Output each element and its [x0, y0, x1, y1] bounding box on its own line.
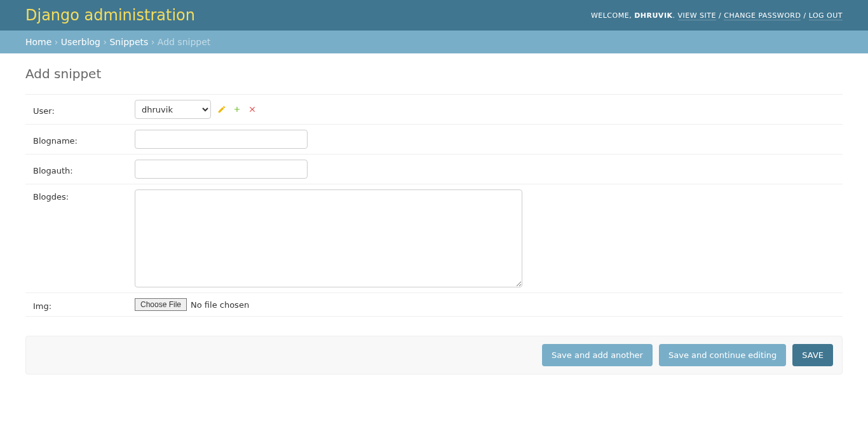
change-password-link[interactable]: CHANGE PASSWORD — [724, 11, 801, 20]
breadcrumb-home[interactable]: Home — [25, 37, 51, 47]
add-related-link[interactable] — [233, 105, 241, 114]
logout-link[interactable]: LOG OUT — [809, 11, 843, 20]
blogauth-label: Blogauth: — [33, 163, 135, 175]
form-row-blogdes: Blogdes: — [25, 184, 843, 293]
blogdes-label: Blogdes: — [33, 189, 135, 202]
branding: Django administration — [25, 6, 195, 24]
breadcrumb-app[interactable]: Userblog — [61, 37, 100, 47]
snippet-form: User: dhruvik — [25, 94, 843, 375]
welcome-text: WELCOME, — [591, 11, 634, 20]
save-button[interactable] — [792, 344, 833, 366]
breadcrumb: Home › Userblog › Snippets › Add snippet — [0, 31, 868, 53]
delete-related-link[interactable] — [248, 105, 257, 114]
breadcrumb-current: Add snippet — [158, 37, 211, 47]
submit-row — [25, 336, 843, 375]
pencil-icon — [217, 105, 226, 114]
change-related-link[interactable] — [217, 105, 226, 114]
user-select[interactable]: dhruvik — [135, 100, 211, 119]
blogname-label: Blogname: — [33, 134, 135, 146]
form-row-blogauth: Blogauth: — [25, 155, 843, 184]
view-site-link[interactable]: VIEW SITE — [678, 11, 717, 20]
page-title: Add snippet — [25, 66, 843, 81]
img-label: Img: — [33, 299, 135, 311]
file-choose-button[interactable]: Choose File — [135, 298, 187, 311]
user-tools: WELCOME, DHRUVIK. VIEW SITE / CHANGE PAS… — [591, 11, 843, 20]
file-status: No file chosen — [191, 300, 249, 310]
form-row-user: User: dhruvik — [25, 94, 843, 125]
form-row-img: Img: Choose File No file chosen — [25, 293, 843, 317]
cross-icon — [248, 105, 257, 114]
blogdes-textarea[interactable] — [135, 189, 522, 287]
blogauth-input[interactable] — [135, 160, 308, 179]
site-title: Django administration — [25, 6, 195, 24]
header: Django administration WELCOME, DHRUVIK. … — [0, 0, 868, 31]
form-row-blogname: Blogname: — [25, 125, 843, 155]
username: DHRUVIK — [634, 11, 672, 20]
plus-icon — [233, 105, 241, 114]
save-add-another-button[interactable] — [542, 344, 653, 366]
content: Add snippet User: dhruvik — [0, 53, 868, 400]
save-continue-button[interactable] — [659, 344, 786, 366]
user-label: User: — [33, 104, 135, 116]
breadcrumb-model[interactable]: Snippets — [109, 37, 148, 47]
blogname-input[interactable] — [135, 130, 308, 149]
